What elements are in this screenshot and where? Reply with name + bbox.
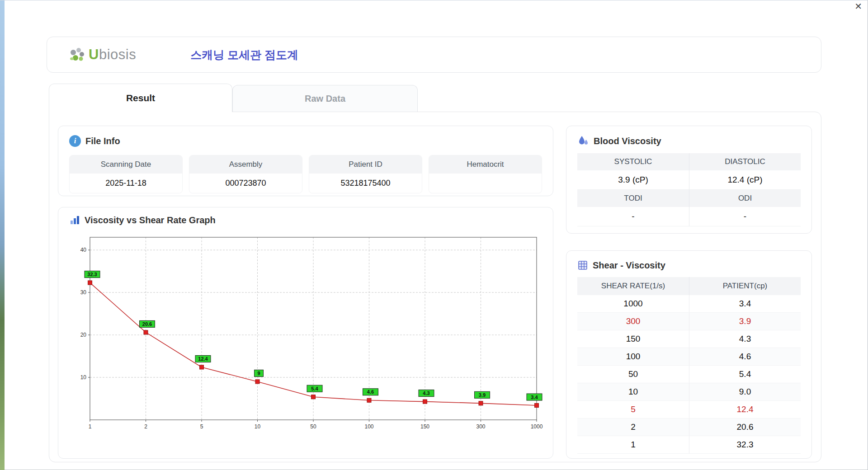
graph-title: Viscosity vs Shear Rate Graph	[85, 215, 216, 226]
file-info-panel: File Info Scanning Date2025-11-18Assembl…	[58, 126, 553, 196]
shear-rate-cell: 10	[577, 383, 689, 400]
ubiosis-logo: Ubiosis	[68, 45, 136, 64]
file-info-field: Hematocrit	[429, 155, 542, 193]
data-point-label: 3.9	[479, 392, 486, 398]
blood-viscosity-title-row: Blood Viscosity	[577, 135, 801, 147]
x-tick-label: 300	[476, 423, 485, 430]
viscosity-chart: 102030401251050100150300100032.320.612.4…	[69, 230, 543, 446]
shear-rate-cell: 1000	[577, 295, 689, 312]
file-info-field: Scanning Date2025-11-18	[69, 155, 183, 193]
shear-rate-cell: 5	[577, 401, 689, 418]
shear-viscosity-title-row: Shear - Viscosity	[577, 260, 801, 271]
file-info-field: Patient ID53218175400	[309, 155, 422, 193]
file-info-field-value: 000723870	[189, 174, 302, 193]
shear-rate-cell: 300	[577, 313, 689, 330]
tab-result[interactable]: Result	[49, 84, 232, 112]
patient-viscosity-cell: 5.4	[689, 366, 801, 383]
file-info-title: File Info	[85, 136, 120, 146]
desktop-wallpaper-strip	[0, 0, 5, 470]
viscosity-graph-panel: Viscosity vs Shear Rate Graph 1020304012…	[58, 207, 553, 459]
patient-viscosity-cell: 20.6	[689, 418, 801, 436]
app-header: Ubiosis 스캐닝 모세관 점도계	[47, 37, 821, 73]
data-point-marker	[255, 380, 259, 384]
y-tick-label: 20	[80, 332, 87, 338]
shear-table-body: 10003.43003.91504.31004.6505.4109.0512.4…	[577, 295, 801, 454]
x-tick-label: 50	[310, 423, 316, 430]
data-point-marker	[311, 395, 316, 399]
table-row: 1504.3	[577, 330, 801, 348]
bar-chart-icon	[69, 215, 80, 226]
file-info-field-label: Patient ID	[309, 155, 422, 174]
file-info-field: Assembly000723870	[189, 155, 302, 193]
patient-viscosity-cell: 3.4	[689, 295, 801, 312]
blood-metric-label: SYSTOLIC	[577, 153, 689, 170]
table-row: 109.0	[577, 383, 801, 401]
ubiosis-logo-icon	[68, 45, 87, 64]
data-point-marker	[423, 400, 427, 404]
shear-rate-cell: 1	[577, 436, 689, 453]
data-point-label: 12.4	[198, 356, 208, 362]
file-info-field-value: 53218175400	[309, 174, 422, 193]
x-tick-label: 2	[144, 423, 147, 430]
table-row: 512.4	[577, 401, 801, 418]
window-close-button[interactable]: ✕	[854, 1, 862, 11]
x-tick-label: 150	[420, 423, 429, 430]
patient-viscosity-cell: 4.6	[689, 348, 801, 365]
x-tick-label: 1	[89, 423, 92, 430]
file-info-field-value: 2025-11-18	[70, 174, 182, 193]
data-point-label: 5.4	[311, 386, 318, 391]
blood-metric-value: 12.4 (cP)	[689, 170, 801, 190]
table-row: 132.3	[577, 436, 801, 454]
tab-raw-data[interactable]: Raw Data	[232, 85, 418, 112]
patient-column-header: PATIENT(cp)	[689, 277, 801, 295]
x-tick-label: 1000	[531, 423, 543, 430]
logo-rest: biosis	[99, 47, 136, 62]
blood-viscosity-grid: SYSTOLICDIASTOLIC3.9 (cP)12.4 (cP)TODIOD…	[577, 153, 801, 226]
data-point-label: 4.3	[423, 390, 429, 396]
table-row: 10003.4	[577, 295, 801, 313]
x-tick-label: 5	[200, 423, 203, 430]
blood-metric-label: DIASTOLIC	[689, 153, 801, 170]
x-tick-label: 100	[364, 423, 373, 430]
blood-metric-value: 3.9 (cP)	[577, 170, 689, 190]
file-info-fields: Scanning Date2025-11-18Assembly000723870…	[69, 155, 542, 193]
file-info-field-label: Hematocrit	[429, 155, 542, 174]
data-point-label: 9	[257, 371, 260, 376]
grid-table-icon	[577, 260, 588, 271]
file-info-field-label: Assembly	[189, 155, 302, 174]
patient-viscosity-cell: 12.4	[689, 401, 801, 418]
data-point-label: 4.6	[367, 389, 374, 395]
file-info-field-label: Scanning Date	[70, 155, 182, 174]
shear-table-header: SHEAR RATE(1/s) PATIENT(cp)	[577, 277, 801, 295]
blood-metric-label: ODI	[689, 190, 801, 207]
y-tick-label: 10	[80, 374, 87, 381]
shear-rate-cell: 150	[577, 330, 689, 348]
blood-viscosity-panel: Blood Viscosity SYSTOLICDIASTOLIC3.9 (cP…	[566, 126, 812, 234]
file-info-title-row: File Info	[69, 135, 542, 147]
result-content-card: File Info Scanning Date2025-11-18Assembl…	[49, 112, 821, 462]
data-point-label: 32.3	[87, 272, 97, 277]
logo-letter-u: U	[89, 47, 99, 62]
x-tick-label: 10	[255, 423, 261, 430]
patient-viscosity-cell: 9.0	[689, 383, 801, 400]
data-point-marker	[200, 365, 204, 369]
shear-table: SHEAR RATE(1/s) PATIENT(cp) 10003.43003.…	[577, 277, 801, 454]
logo-text: Ubiosis	[89, 47, 136, 63]
data-point-marker	[367, 398, 371, 402]
patient-viscosity-cell: 4.3	[689, 330, 801, 348]
app-window: ✕ Ubiosis 스캐닝 모세관 점도계 Result Raw Data	[0, 0, 868, 470]
table-row: 3003.9	[577, 313, 801, 330]
shear-rate-column-header: SHEAR RATE(1/s)	[577, 277, 689, 295]
blood-metric-label: TODI	[577, 190, 689, 207]
data-point-marker	[88, 281, 92, 285]
file-info-field-value	[429, 174, 542, 193]
shear-rate-cell: 50	[577, 366, 689, 383]
shear-rate-cell: 100	[577, 348, 689, 365]
data-point-marker	[144, 330, 148, 334]
tab-result-label: Result	[126, 93, 155, 103]
blood-metric-value: -	[577, 207, 689, 226]
y-tick-label: 30	[80, 289, 87, 296]
shear-viscosity-title: Shear - Viscosity	[593, 260, 665, 271]
app-title: 스캐닝 모세관 점도계	[190, 47, 298, 62]
shear-rate-cell: 2	[577, 418, 689, 436]
